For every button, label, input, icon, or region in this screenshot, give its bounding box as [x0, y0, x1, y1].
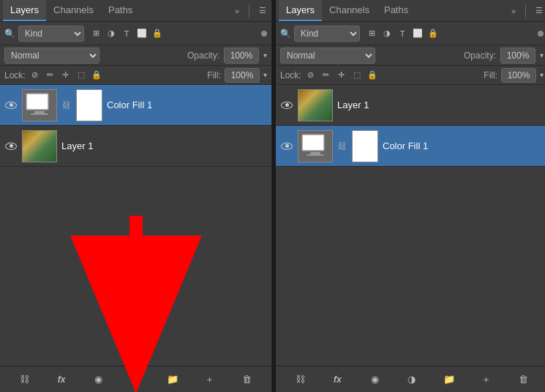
right-tab-paths[interactable]: Paths — [377, 0, 416, 21]
left-layer-cf1-name: Color Fill 1 — [107, 99, 267, 110]
right-lock-all-icon[interactable]: 🔒 — [367, 69, 378, 81]
left-bb-fx-icon[interactable]: fx — [53, 372, 69, 388]
svg-rect-7 — [307, 154, 324, 156]
right-filter-type-icon[interactable]: T — [396, 28, 408, 39]
right-bb-folder-icon[interactable]: 📁 — [441, 372, 457, 388]
left-lock-row: Lock: ⊘ ✏ ✛ ⬚ 🔒 Fill: ▾ — [0, 66, 271, 85]
left-kind-select[interactable]: Kind — [18, 26, 84, 42]
right-bb-add-icon[interactable]: ＋ — [478, 372, 495, 388]
right-bb-camera-icon[interactable]: ◉ — [367, 372, 383, 388]
left-opacity-input[interactable] — [224, 48, 259, 64]
left-layer-1-name: Layer 1 — [61, 140, 267, 151]
left-bb-trash-icon[interactable]: 🗑 — [239, 372, 255, 388]
left-opacity-chevron[interactable]: ▾ — [263, 51, 267, 59]
left-tabs-row: Layers Channels Paths » ☰ — [0, 0, 271, 22]
right-layer-1-visibility[interactable] — [280, 99, 293, 112]
right-panel-expand-icon[interactable]: » — [509, 5, 518, 17]
right-filter-smart-icon[interactable]: 🔒 — [427, 28, 439, 39]
right-lock-row: Lock: ⊘ ✏ ✛ ⬚ 🔒 Fill: ▾ — [276, 66, 545, 85]
left-lock-artboard-icon[interactable]: ⬚ — [75, 69, 87, 81]
left-panel-menu-icon[interactable]: ☰ — [257, 4, 268, 17]
left-layer-1-thumb — [22, 130, 57, 162]
left-filter-icon: 🔍 — [4, 29, 15, 39]
right-bb-half-circle-icon[interactable]: ◑ — [404, 372, 420, 388]
left-layer-cf1-chain: ⛓ — [61, 100, 72, 110]
right-filter-adjust-icon[interactable]: ◑ — [381, 28, 393, 39]
right-lock-transparent-icon[interactable]: ⊘ — [305, 69, 317, 81]
right-panel-menu-icon[interactable]: ☰ — [533, 4, 545, 17]
left-fill-label: Fill: — [207, 70, 221, 80]
right-filter-row: 🔍 Kind ⊞ ◑ T ⬜ 🔒 — [276, 22, 545, 45]
left-layer-1[interactable]: Layer 1 — [0, 126, 271, 167]
svg-rect-6 — [310, 152, 320, 154]
left-layer-cf1-mask — [76, 89, 102, 121]
right-lock-artboard-icon[interactable]: ⬚ — [351, 69, 363, 81]
right-layer-color-fill-1[interactable]: ⛓ Color Fill 1 — [276, 126, 545, 167]
right-tab-layers[interactable]: Layers — [279, 0, 322, 21]
right-layer-1-name: Layer 1 — [337, 99, 544, 110]
left-filter-shape-icon[interactable]: ⬜ — [136, 28, 148, 39]
right-kind-select[interactable]: Kind — [294, 26, 360, 42]
left-blend-select[interactable]: Normal — [4, 48, 99, 64]
left-bb-camera-icon[interactable]: ◉ — [91, 372, 107, 388]
left-bb-half-circle-icon[interactable]: ◑ — [127, 372, 143, 388]
left-filter-type-icon[interactable]: T — [121, 28, 132, 39]
left-tab-channels[interactable]: Channels — [46, 0, 101, 21]
left-filter-smart-icon[interactable]: 🔒 — [151, 28, 163, 39]
left-lock-all-icon[interactable]: 🔒 — [91, 69, 102, 81]
right-lock-move-icon[interactable]: ✛ — [336, 69, 347, 81]
right-tabs-row: Layers Channels Paths » ☰ — [276, 0, 545, 22]
left-filter-adjust-icon[interactable]: ◑ — [105, 28, 117, 39]
svg-rect-1 — [34, 111, 45, 113]
left-filter-pixel-icon[interactable]: ⊞ — [90, 28, 102, 39]
left-fill-input[interactable] — [225, 68, 260, 83]
left-tab-layers[interactable]: Layers — [3, 0, 46, 21]
right-blend-row: Normal Opacity: ▾ — [276, 45, 545, 66]
left-layer-color-fill-1[interactable]: ⛓ Color Fill 1 — [0, 85, 271, 126]
left-lock-label: Lock: — [4, 70, 26, 80]
right-blend-select[interactable]: Normal — [280, 48, 375, 64]
right-fill-chevron[interactable]: ▾ — [540, 71, 544, 79]
right-tab-channels[interactable]: Channels — [322, 0, 377, 21]
right-layer-1[interactable]: Layer 1 — [276, 85, 545, 126]
left-bottom-bar: ⛓ fx ◉ ◑ 📁 ＋ 🗑 — [0, 366, 271, 392]
left-bb-add-icon[interactable]: ＋ — [202, 372, 218, 388]
right-fill-label: Fill: — [484, 70, 497, 80]
left-tab-paths[interactable]: Paths — [101, 0, 140, 21]
left-layer-cf1-visibility[interactable] — [4, 99, 18, 112]
left-bb-link-icon[interactable]: ⛓ — [16, 372, 32, 388]
right-layer-cf1-mask — [352, 130, 378, 162]
right-bb-link-icon[interactable]: ⛓ — [292, 372, 308, 388]
svg-rect-5 — [302, 135, 324, 151]
right-layer-cf1-visibility[interactable] — [280, 140, 293, 153]
right-fill-input[interactable] — [501, 68, 536, 83]
svg-rect-2 — [31, 113, 48, 115]
right-layer-cf1-thumb — [298, 130, 333, 162]
right-opacity-input[interactable] — [500, 48, 535, 64]
left-layer-1-visibility[interactable] — [4, 140, 18, 153]
right-layers-list: Layer 1 ⛓ Color Fill 1 — [276, 85, 545, 366]
right-filter-icon: 🔍 — [280, 29, 291, 39]
right-filter-pixel-icon[interactable]: ⊞ — [366, 28, 377, 39]
left-opacity-label: Opacity: — [187, 50, 219, 61]
right-layer-cf1-name: Color Fill 1 — [383, 140, 544, 151]
right-opacity-chevron[interactable]: ▾ — [540, 51, 544, 59]
right-filter-shape-icon[interactable]: ⬜ — [412, 28, 424, 39]
right-bottom-bar: ⛓ fx ◉ ◑ 📁 ＋ 🗑 — [276, 366, 545, 392]
left-bb-folder-icon[interactable]: 📁 — [165, 372, 181, 388]
right-bb-fx-icon[interactable]: fx — [329, 372, 345, 388]
left-layers-list: ⛓ Color Fill 1 Layer 1 — [0, 85, 271, 366]
left-fill-chevron[interactable]: ▾ — [263, 71, 267, 79]
right-filter-dot-icon — [538, 31, 544, 37]
left-lock-transparent-icon[interactable]: ⊘ — [29, 69, 41, 81]
right-lock-paint-icon[interactable]: ✏ — [320, 69, 332, 81]
right-lock-label: Lock: — [280, 70, 301, 80]
left-lock-paint-icon[interactable]: ✏ — [45, 69, 56, 81]
left-panel-expand-icon[interactable]: » — [233, 5, 241, 17]
left-blend-row: Normal Opacity: ▾ — [0, 45, 271, 66]
left-layer-cf1-thumb — [22, 89, 57, 121]
right-panel: Layers Channels Paths » ☰ 🔍 Kind ⊞ ◑ T ⬜… — [276, 0, 545, 392]
right-bb-trash-icon[interactable]: 🗑 — [515, 372, 531, 388]
left-filter-row: 🔍 Kind ⊞ ◑ T ⬜ 🔒 — [0, 22, 271, 45]
left-lock-move-icon[interactable]: ✛ — [60, 69, 72, 81]
